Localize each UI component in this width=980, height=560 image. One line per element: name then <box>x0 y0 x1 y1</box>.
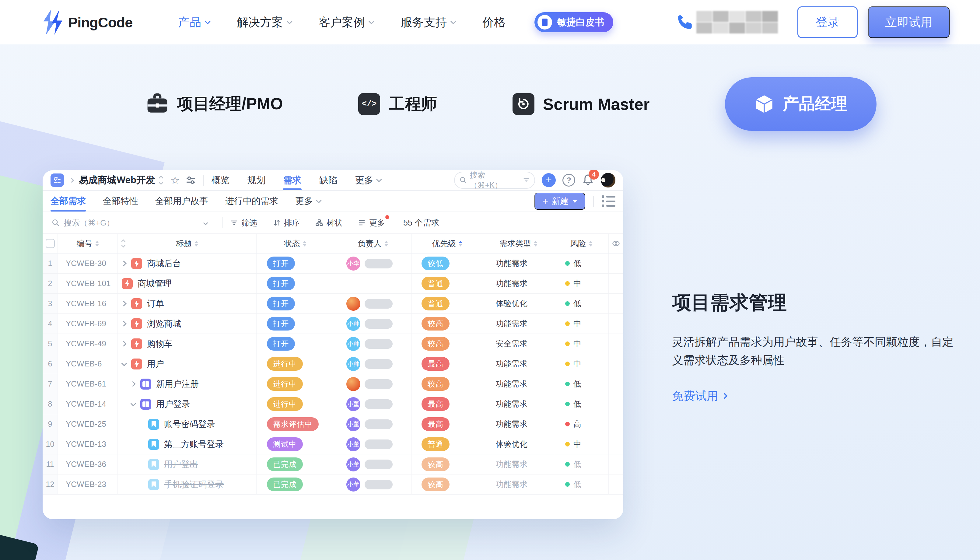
status-cell[interactable]: 测试中 <box>257 434 334 454</box>
tab-more[interactable]: 更多 <box>355 170 380 190</box>
row-title[interactable]: 用户 <box>147 358 164 370</box>
priority-cell[interactable]: 较高 <box>412 314 483 333</box>
expand-chevron-icon[interactable] <box>130 381 135 387</box>
user-avatar[interactable] <box>601 173 615 187</box>
pingcode-logo[interactable]: PingCode <box>43 9 132 36</box>
filter-button[interactable]: 筛选 <box>230 218 257 228</box>
nav-item-solutions[interactable]: 解决方案 <box>237 15 291 30</box>
persona-scrum-master[interactable]: Scrum Master <box>513 93 650 115</box>
notifications-bell[interactable]: 4 <box>582 173 594 187</box>
header-title[interactable]: 标题 <box>118 234 257 253</box>
tab-planning[interactable]: 规划 <box>247 170 265 190</box>
assignee-cell[interactable] <box>334 273 412 293</box>
type-cell[interactable]: 功能需求 <box>483 394 554 414</box>
priority-cell[interactable]: 普通 <box>412 294 483 313</box>
status-cell[interactable]: 打开 <box>257 294 334 313</box>
table-row[interactable]: 2YCWEB-101商城管理打开普通功能需求中 <box>43 273 623 294</box>
expand-chevron-icon[interactable] <box>121 321 126 326</box>
table-row[interactable]: 4YCWEB-69浏览商城打开小帅较高功能需求中 <box>43 314 623 334</box>
row-title[interactable]: 用户登录 <box>156 398 190 410</box>
type-cell[interactable]: 功能需求 <box>483 475 554 494</box>
expand-all-icon[interactable] <box>122 240 125 247</box>
select-all-checkbox[interactable] <box>46 239 55 248</box>
list-view-icon[interactable] <box>602 195 615 207</box>
type-cell[interactable]: 功能需求 <box>483 414 554 434</box>
header-status[interactable]: 状态 <box>257 234 334 253</box>
table-row[interactable]: 11YCWEB-36用户登出已完成小董较高功能需求低 <box>43 454 623 475</box>
view-tab-all-user-stories[interactable]: 全部用户故事 <box>155 191 208 212</box>
new-item-button[interactable]: +新建 <box>535 193 585 210</box>
priority-cell[interactable]: 较高 <box>412 454 483 474</box>
type-cell[interactable]: 功能需求 <box>483 374 554 394</box>
nav-item-customers[interactable]: 客户案例 <box>318 15 373 30</box>
priority-cell[interactable]: 最高 <box>412 354 483 374</box>
header-risk[interactable]: 风险 <box>554 234 609 253</box>
risk-cell[interactable]: 高 <box>554 414 609 434</box>
assignee-cell[interactable] <box>334 294 412 313</box>
persona-product-manager[interactable]: 产品经理 <box>725 77 877 131</box>
persona-engineer[interactable]: </> 工程师 <box>358 93 437 115</box>
sort-button[interactable]: 排序 <box>273 218 300 228</box>
assignee-cell[interactable] <box>334 374 412 394</box>
status-cell[interactable]: 打开 <box>257 273 334 293</box>
free-trial-link[interactable]: 免费试用 <box>672 388 727 404</box>
risk-cell[interactable]: 中 <box>554 314 609 333</box>
table-row[interactable]: 9YCWEB-25账号密码登录需求评估中小董最高功能需求高 <box>43 414 623 434</box>
table-row[interactable]: 8YCWEB-14用户登录进行中小董最高功能需求低 <box>43 394 623 414</box>
tab-requirements[interactable]: 需求 <box>283 170 301 190</box>
table-row[interactable]: 10YCWEB-13第三方账号登录测试中小董普通体验优化中 <box>43 434 623 454</box>
expand-chevron-icon[interactable] <box>121 260 126 266</box>
row-title[interactable]: 账号密码登录 <box>164 418 215 430</box>
assignee-cell[interactable]: 小董 <box>334 394 412 414</box>
risk-cell[interactable]: 中 <box>554 334 609 353</box>
type-cell[interactable]: 功能需求 <box>483 253 554 273</box>
whitepaper-badge[interactable]: 敏捷白皮书 <box>535 12 613 32</box>
assignee-cell[interactable]: 小帅 <box>334 314 412 333</box>
priority-cell[interactable]: 普通 <box>412 273 483 293</box>
row-title[interactable]: 购物车 <box>147 338 173 350</box>
status-cell[interactable]: 打开 <box>257 334 334 353</box>
assignee-cell[interactable]: 小董 <box>334 454 412 474</box>
tab-defects[interactable]: 缺陷 <box>319 170 337 190</box>
priority-cell[interactable]: 较高 <box>412 475 483 494</box>
row-title[interactable]: 手机验证码登录 <box>164 479 224 490</box>
status-cell[interactable]: 打开 <box>257 253 334 273</box>
expand-chevron-icon[interactable] <box>121 341 126 347</box>
expand-chevron-icon[interactable] <box>121 301 126 306</box>
nav-item-pricing[interactable]: 价格 <box>482 15 505 30</box>
priority-cell[interactable]: 较高 <box>412 374 483 394</box>
row-title[interactable]: 用户登出 <box>164 458 198 470</box>
try-now-button[interactable]: 立即试用 <box>868 7 950 38</box>
priority-cell[interactable]: 最高 <box>412 394 483 414</box>
view-tab-in-progress[interactable]: 进行中的需求 <box>225 191 278 212</box>
global-search-input[interactable]: 搜索（⌘+K） <box>454 172 535 189</box>
tree-view-button[interactable]: 树状 <box>316 218 342 228</box>
assignee-cell[interactable]: 小李 <box>334 253 412 273</box>
status-cell[interactable]: 进行中 <box>257 394 334 414</box>
header-assignee[interactable]: 负责人 <box>334 234 412 253</box>
priority-cell[interactable]: 最高 <box>412 414 483 434</box>
type-cell[interactable]: 功能需求 <box>483 273 554 293</box>
risk-cell[interactable]: 低 <box>554 454 609 474</box>
risk-cell[interactable]: 中 <box>554 434 609 454</box>
type-cell[interactable]: 体验优化 <box>483 434 554 454</box>
row-title[interactable]: 新用户注册 <box>156 378 199 390</box>
priority-cell[interactable]: 普通 <box>412 434 483 454</box>
table-row[interactable]: 3YCWEB-16订单打开普通体验优化低 <box>43 294 623 314</box>
risk-cell[interactable]: 低 <box>554 253 609 273</box>
expand-chevron-icon[interactable] <box>122 361 127 366</box>
type-cell[interactable]: 功能需求 <box>483 314 554 333</box>
star-favorite-icon[interactable]: ☆ <box>170 174 180 186</box>
table-row[interactable]: 12YCWEB-23手机验证码登录已完成小董较高功能需求低 <box>43 475 623 495</box>
more-filters-button[interactable]: 更多 <box>358 218 385 228</box>
assignee-cell[interactable]: 小董 <box>334 434 412 454</box>
status-cell[interactable]: 进行中 <box>257 354 334 374</box>
header-id[interactable]: 编号 <box>58 234 118 253</box>
table-row[interactable]: 7YCWEB-61新用户注册进行中较高功能需求低 <box>43 374 623 394</box>
assignee-cell[interactable]: 小董 <box>334 414 412 434</box>
help-icon[interactable]: ? <box>562 174 575 187</box>
project-title[interactable]: 易成商城Web开发 <box>79 174 155 187</box>
header-type[interactable]: 需求类型 <box>483 234 554 253</box>
status-cell[interactable]: 已完成 <box>257 454 334 474</box>
priority-cell[interactable]: 较低 <box>412 253 483 273</box>
